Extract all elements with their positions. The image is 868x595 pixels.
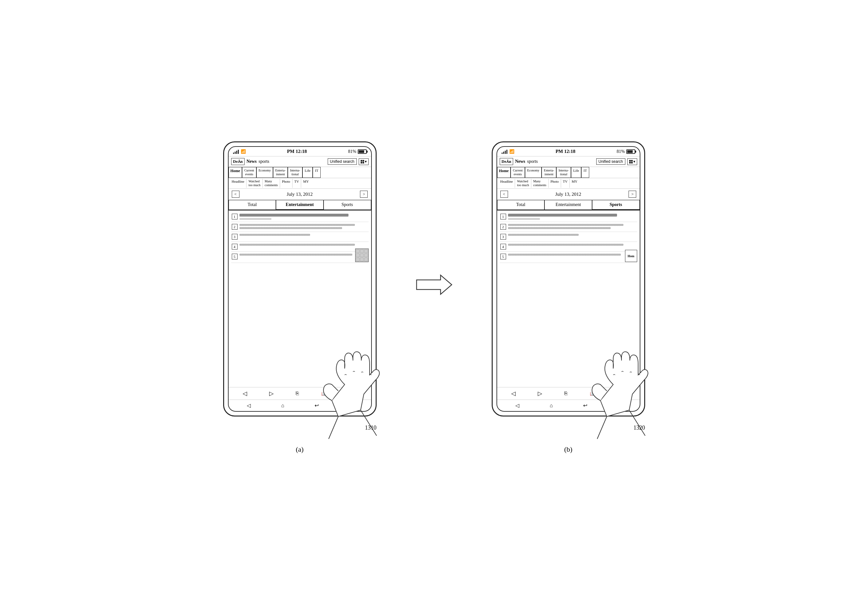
news-title-2-b [508,224,624,226]
forward-icon-a[interactable]: ▷ [269,390,274,397]
nav-bar-a: De⅄n News sports Unified search ▾ [229,157,371,167]
status-bar-a: 📶 PM 12:18 81% [229,147,371,157]
news-content-3-a [239,234,368,236]
back-icon-a[interactable]: ◁ [243,390,247,397]
news-num-5-a: 5 [232,254,238,259]
cat-tab-intl-a[interactable]: Interna-tional [288,167,303,178]
battery-pct-a: 81% [348,149,356,154]
cat-tab-current-a[interactable]: Currentevents [242,167,257,178]
back-icon-b[interactable]: ◁ [511,390,516,397]
sub-tab-photo-a[interactable]: Photo [280,179,292,188]
forward-icon-b[interactable]: ▷ [538,390,542,397]
battery-pct-b: 81% [617,149,625,154]
news-num-3-b: 3 [500,234,506,240]
prev-date-a[interactable]: < [232,191,239,198]
cat-tab-life-a[interactable]: Life [303,167,313,178]
content-tab-sports-b[interactable]: Sports [592,200,640,210]
news-item-4-b[interactable]: 4 [500,242,637,252]
news-title-5-a [239,254,353,256]
grid-icon-b [629,160,633,163]
cat-tab-home-b[interactable]: Home [497,167,511,178]
phone-wrapper-b: 📶 PM 12:18 81% De⅄n [492,141,645,416]
cat-tab-it-b[interactable]: IT [581,167,589,178]
nav-sports-b[interactable]: sports [527,159,538,164]
thumbnail-grid-home-b[interactable]: Hom [625,250,637,262]
nav-links-b: News sports [515,159,594,164]
content-tab-total-b[interactable]: Total [497,200,545,210]
grid-button-b[interactable]: ▾ [627,158,637,165]
cat-tab-it-a[interactable]: IT [313,167,320,178]
news-num-5-b: 5 [500,254,506,259]
sub-tab-watched-b[interactable]: Watchedtoo much [515,179,531,188]
nav-news-b[interactable]: News [515,159,525,164]
sys-home-a[interactable]: ⌂ [281,403,285,409]
status-right-a: 81% [348,149,367,154]
news-num-1-b: 1 [500,214,506,219]
news-item-3-b[interactable]: 3 [500,232,637,242]
content-tab-entertainment-b[interactable]: Entertainment [545,200,592,210]
share-icon-b[interactable]: ⎘ [564,391,567,396]
prev-date-b[interactable]: < [500,191,508,198]
nav-logo-a[interactable]: De⅄n [231,158,245,165]
news-content-1-a [239,214,368,220]
sys-back-b[interactable]: ◁ [515,403,519,409]
dropdown-arrow-b: ▾ [633,159,635,164]
cat-tab-home-a[interactable]: Home [229,167,242,178]
unified-search-button-a[interactable]: Unified search [328,158,357,165]
news-item-1-b[interactable]: 1 [500,212,637,222]
news-content-1-b [508,214,636,220]
news-item-2-a[interactable]: 2 [231,222,369,232]
sub-tab-tv-b[interactable]: TV [561,179,570,188]
news-item-4-a[interactable]: 4 [231,242,369,252]
nav-news-a[interactable]: News [247,159,257,164]
sys-back-a[interactable]: ◁ [247,403,251,409]
time-a: PM 12:18 [287,149,307,154]
news-num-1-a: 1 [232,214,238,219]
battery-icon-a [358,149,367,154]
sub-tab-photo-b[interactable]: Photo [549,179,561,188]
share-icon-a[interactable]: ⎘ [296,391,299,396]
transition-arrow [415,274,453,296]
sub-tab-my-a[interactable]: MY [301,179,311,188]
cat-tab-economy-a[interactable]: Economy [257,167,273,178]
sub-tab-tv-a[interactable]: TV [292,179,301,188]
news-item-2-b[interactable]: 2 [500,222,637,232]
next-date-a[interactable]: > [360,191,368,198]
sub-tab-my-b[interactable]: MY [570,179,579,188]
news-content-4-a [239,244,368,246]
thumbnail-grid-a[interactable] [355,249,369,262]
content-tab-entertainment-a[interactable]: Entertainment [276,200,323,210]
diagram-b: 📶 PM 12:18 81% De⅄n [492,141,645,454]
content-tab-sports-a[interactable]: Sports [323,200,371,210]
news-item-1-a[interactable]: 1 [231,212,369,222]
sub-tab-many-a[interactable]: Manycomments [263,179,280,188]
cat-tab-intl-b[interactable]: Interna-tional [556,167,571,178]
sys-home-b[interactable]: ⌂ [550,403,553,409]
news-item-5-b[interactable]: 5 Hom [500,252,637,263]
status-bar-b: 📶 PM 12:18 81% [497,147,640,157]
cat-tab-entertain-b[interactable]: Enterta-inment [542,167,556,178]
arrow-container [415,274,453,296]
grid-button-a[interactable]: ▾ [359,158,369,165]
sub-tab-many-b[interactable]: Manycomments [531,179,549,188]
news-content-4-b [508,244,636,246]
news-sub-1-b [508,218,540,220]
cat-tab-life-b[interactable]: Life [571,167,581,178]
news-title-1-a [239,214,349,216]
sub-tab-watched-a[interactable]: Watchedtoo much [247,179,263,188]
content-tab-total-a[interactable]: Total [229,200,276,210]
nav-logo-b[interactable]: De⅄n [500,158,513,165]
nav-sports-a[interactable]: sports [258,159,269,164]
cat-tab-entertain-a[interactable]: Enterta-inment [273,167,288,178]
signal-bars-a [233,149,239,154]
unified-search-button-b[interactable]: Unified search [596,158,625,165]
next-date-b[interactable]: > [629,191,636,198]
sub-tab-headline-a[interactable]: Headline [230,179,247,188]
sub-tab-headline-b[interactable]: Headline [498,179,515,188]
cat-tab-current-b[interactable]: Currentevents [511,167,525,178]
cat-tab-economy-b[interactable]: Economy [525,167,542,178]
news-item-3-a[interactable]: 3 [231,232,369,242]
news-item-5-a[interactable]: 5 [231,252,369,263]
dropdown-arrow-a: ▾ [365,159,367,164]
news-content-5-b [508,254,636,256]
